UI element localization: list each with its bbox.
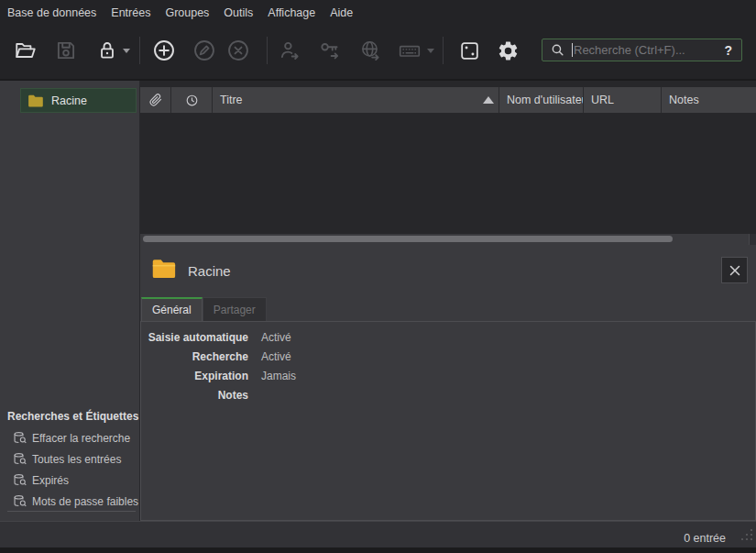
- window-bottom-edge: [0, 547, 756, 553]
- save-icon: [54, 39, 78, 62]
- field-value: Activé: [261, 350, 291, 363]
- saved-search-expired[interactable]: Expirés: [13, 470, 69, 491]
- copy-username-button[interactable]: [278, 39, 301, 62]
- saved-search-clear[interactable]: Effacer la recherche: [13, 427, 130, 448]
- preview-tabs: Général Partager: [141, 297, 267, 321]
- tab-general-label: Général: [152, 304, 192, 316]
- search-input[interactable]: [574, 43, 718, 57]
- resize-grip[interactable]: [740, 528, 753, 545]
- password-generator-button[interactable]: [457, 39, 481, 62]
- copy-url-button[interactable]: [358, 39, 382, 62]
- close-icon: [729, 265, 740, 276]
- field-label: Saisie automatique: [141, 331, 248, 344]
- group-sidebar: Racine Recherches et Étiquettes Effacer …: [0, 81, 139, 521]
- field-row: Notes: [141, 385, 755, 404]
- toolbar-separator: [139, 37, 140, 64]
- field-value: Activé: [261, 331, 291, 344]
- save-database-button[interactable]: [54, 39, 78, 62]
- status-bar: 0 entrée: [0, 521, 756, 547]
- saved-search-icon: [13, 473, 27, 487]
- saved-search-weak-passwords[interactable]: Mots de passe faibles: [13, 491, 138, 512]
- horizontal-scrollbar[interactable]: [140, 234, 749, 245]
- entry-table-header: Titre Nom d'utilisateur URL Notes: [140, 87, 756, 113]
- delete-circle-icon: [226, 39, 250, 62]
- close-preview-button[interactable]: [721, 257, 748, 283]
- field-row: Recherche Activé: [141, 347, 755, 366]
- saved-search-label: Expirés: [32, 474, 69, 487]
- saved-search-icon: [13, 431, 27, 445]
- gear-icon: [497, 39, 520, 62]
- pencil-circle-icon: [192, 39, 216, 62]
- folder-icon: [27, 94, 44, 108]
- column-url-label: URL: [591, 94, 614, 106]
- group-preview-panel: Racine Général Partager Saisie automatiq…: [140, 245, 756, 521]
- dice-icon: [458, 39, 481, 62]
- group-label: Racine: [51, 94, 87, 107]
- search-icon: [550, 42, 565, 58]
- column-attachments[interactable]: [140, 87, 171, 113]
- menu-outils[interactable]: Outils: [216, 0, 260, 26]
- column-expiry[interactable]: [171, 87, 213, 113]
- group-racine[interactable]: Racine: [20, 88, 137, 113]
- lock-icon: [95, 39, 119, 62]
- settings-button[interactable]: [496, 39, 520, 62]
- saved-search-icon: [13, 494, 27, 508]
- field-label: Recherche: [141, 350, 248, 363]
- group-folder-icon: [151, 258, 177, 280]
- lock-databases-button[interactable]: [95, 39, 119, 62]
- menu-aide[interactable]: Aide: [323, 0, 360, 26]
- plus-circle-icon: [152, 39, 176, 62]
- column-username[interactable]: Nom d'utilisateur: [499, 87, 584, 113]
- menu-groupes[interactable]: Groupes: [158, 0, 216, 26]
- sort-ascending-icon: [483, 96, 494, 104]
- menu-base-de-donnees[interactable]: Base de données: [0, 0, 104, 26]
- search-help-icon[interactable]: ?: [724, 43, 732, 58]
- column-notes[interactable]: Notes: [662, 87, 756, 113]
- saved-search-icon: [13, 452, 27, 466]
- tab-partager-label: Partager: [214, 304, 256, 316]
- field-label: Expiration: [141, 370, 248, 382]
- tab-partager[interactable]: Partager: [203, 297, 267, 321]
- column-url[interactable]: URL: [584, 87, 662, 113]
- column-title[interactable]: Titre: [213, 87, 499, 113]
- new-entry-button[interactable]: [152, 39, 176, 62]
- entry-table: Titre Nom d'utilisateur URL Notes: [140, 81, 756, 245]
- toolbar: ?: [0, 26, 756, 79]
- field-row: Expiration Jamais: [141, 366, 755, 385]
- saved-search-label: Mots de passe faibles: [32, 495, 138, 508]
- field-row: Saisie automatique Activé: [141, 327, 755, 347]
- scrollbar-corner: [749, 234, 756, 245]
- menu-bar: Base de données Entrées Groupes Outils A…: [0, 0, 756, 26]
- autotype-dropdown-caret[interactable]: [427, 49, 434, 53]
- preview-general-pane: Saisie automatique Activé Recherche Acti…: [140, 321, 756, 521]
- toolbar-separator: [443, 37, 444, 64]
- globe-arrow-icon: [358, 39, 382, 62]
- field-label: Notes: [141, 389, 248, 402]
- person-arrow-icon: [278, 39, 301, 62]
- saved-search-all-entries[interactable]: Toutes les entrées: [13, 448, 121, 470]
- status-entry-count: 0 entrée: [684, 532, 726, 545]
- menu-entrees[interactable]: Entrées: [104, 0, 158, 26]
- scrollbar-thumb[interactable]: [143, 236, 673, 242]
- folder-open-icon: [14, 39, 38, 62]
- delete-entry-button[interactable]: [226, 39, 250, 62]
- keyboard-icon: [398, 39, 422, 62]
- toolbar-separator: [267, 37, 268, 64]
- entry-table-body[interactable]: [140, 113, 756, 234]
- preview-group-title: Racine: [188, 259, 231, 284]
- field-value: Jamais: [261, 370, 296, 382]
- copy-password-button[interactable]: [318, 39, 342, 62]
- search-field: ?: [542, 39, 742, 61]
- paperclip-icon: [149, 94, 162, 106]
- autotype-button[interactable]: [398, 39, 422, 62]
- menu-affichage[interactable]: Affichage: [260, 0, 323, 26]
- open-database-button[interactable]: [14, 39, 38, 62]
- edit-entry-button[interactable]: [192, 39, 216, 62]
- lock-dropdown-caret[interactable]: [123, 49, 130, 53]
- column-notes-label: Notes: [669, 94, 699, 106]
- text-caret: [572, 43, 573, 57]
- tab-general[interactable]: Général: [141, 297, 203, 321]
- clock-icon: [185, 94, 199, 107]
- saved-search-label: Toutes les entrées: [32, 453, 121, 466]
- column-title-label: Titre: [220, 94, 243, 106]
